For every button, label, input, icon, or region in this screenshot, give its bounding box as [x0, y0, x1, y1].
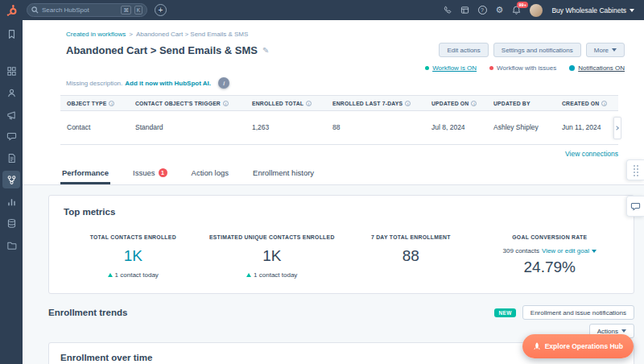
- sidebar-item-bookmarks[interactable]: [2, 25, 20, 43]
- explore-operations-hub-button[interactable]: Explore Operations Hub: [522, 334, 634, 358]
- add-description-ai-link[interactable]: Add it now with HubSpot AI.: [125, 80, 211, 87]
- info-icon[interactable]: [223, 101, 229, 106]
- metric-label: 7 DAY TOTAL ENROLLMENT: [341, 234, 481, 240]
- missing-description-label: Missing description.: [66, 80, 122, 87]
- top-metrics-title: Top metrics: [64, 207, 619, 217]
- notifications-status[interactable]: Notifications ON: [569, 64, 625, 72]
- notifications-bell-icon[interactable]: 99+: [512, 6, 521, 14]
- page-title: Abandoned Cart > Send Emails & SMS: [66, 44, 258, 56]
- sidebar-item-reporting[interactable]: [2, 192, 20, 210]
- phone-icon[interactable]: [443, 6, 452, 14]
- breadcrumb-link-workflows[interactable]: Created in workflows: [66, 31, 126, 38]
- metric-value: 24.79%: [481, 259, 620, 276]
- ai-assistant-icon[interactable]: i: [218, 77, 229, 89]
- avatar[interactable]: [530, 4, 543, 17]
- main-content: Created in workflows > Abandoned Cart > …: [23, 20, 644, 364]
- column-header: OBJECT TYPE: [60, 96, 129, 110]
- sprocket-icon: [6, 4, 19, 17]
- sidebar-item-home[interactable]: [2, 62, 20, 80]
- search-icon: [31, 6, 39, 14]
- account-menu[interactable]: Buy Wholesale Cabinets: [551, 6, 634, 14]
- info-icon[interactable]: [306, 101, 312, 106]
- metric-value: 1K: [203, 247, 342, 265]
- info-icon[interactable]: [601, 101, 607, 106]
- shortcut-k-key: K: [134, 6, 142, 14]
- info-icon[interactable]: [405, 101, 411, 106]
- increase-icon: [108, 273, 113, 277]
- metric-label: ESTIMATED UNIQUE CONTACTS ENROLLED: [203, 234, 342, 240]
- tab-issues-label: Issues: [133, 168, 155, 177]
- drag-handle-widget[interactable]: [626, 159, 644, 180]
- metric-7day-enrollment: 7 DAY TOTAL ENROLLMENT 88: [341, 234, 481, 279]
- chat-widget-button[interactable]: [626, 196, 644, 217]
- teal-dot-icon: [569, 65, 575, 71]
- chat-bubble-icon: [630, 201, 641, 212]
- workflow-issues-label: Workflow with issues: [497, 64, 556, 72]
- global-search[interactable]: ⌘ K: [27, 3, 147, 17]
- table-header-row: OBJECT TYPE CONTACT OBJECT'S TRIGGER ENR…: [60, 95, 618, 111]
- chevron-right-icon: [614, 126, 619, 130]
- column-header: UPDATED BY: [487, 96, 555, 110]
- edit-actions-button[interactable]: Edit actions: [439, 43, 488, 57]
- more-button[interactable]: More: [586, 43, 625, 57]
- hubspot-logo[interactable]: [6, 4, 19, 17]
- marketplace-icon[interactable]: [460, 6, 469, 14]
- workflow-on-link[interactable]: Workflow is ON: [432, 64, 477, 72]
- column-header-partial: C: [612, 96, 618, 110]
- workflow-summary-table: OBJECT TYPE CONTACT OBJECT'S TRIGGER ENR…: [60, 95, 618, 145]
- enrollment-notifications-button[interactable]: Enrollment and issue notifications: [522, 305, 634, 320]
- table-cell: 88: [326, 111, 425, 144]
- table-row[interactable]: Contact Standard 1,263 88 Jul 8, 2024 As…: [60, 111, 618, 145]
- contacts-icon: [6, 88, 17, 98]
- metric-value-link[interactable]: 1K: [64, 247, 203, 265]
- create-button[interactable]: +: [155, 4, 167, 16]
- workflow-on-status[interactable]: Workflow is ON: [425, 64, 477, 72]
- settings-notifications-button[interactable]: Settings and notifications: [493, 43, 581, 57]
- shortcut-cmd-key: ⌘: [121, 6, 131, 14]
- chevron-down-icon: [612, 48, 617, 52]
- breadcrumb-separator: >: [129, 31, 133, 38]
- info-icon[interactable]: [471, 101, 477, 106]
- notifications-on-link[interactable]: Notifications ON: [578, 64, 625, 72]
- chat-icon: [6, 131, 17, 142]
- sidebar-item-data[interactable]: [2, 214, 20, 232]
- top-metrics-card: Top metrics TOTAL CONTACTS ENROLLED 1K 1…: [48, 195, 634, 294]
- edit-title-icon[interactable]: ✎: [262, 46, 269, 55]
- explore-button-label: Explore Operations Hub: [545, 342, 623, 350]
- top-navbar: ⌘ K + ? ⚙ 99+ Buy Wholesale Cabinets: [0, 0, 644, 20]
- tab-performance[interactable]: Performance: [60, 163, 110, 184]
- view-edit-goal-link[interactable]: View or edit goal: [542, 247, 589, 254]
- issues-count-badge: 1: [159, 168, 167, 177]
- help-icon[interactable]: ?: [478, 6, 487, 14]
- sidebar-item-contacts[interactable]: [2, 84, 20, 101]
- view-connections-link[interactable]: View connections: [565, 150, 618, 158]
- more-button-label: More: [594, 47, 609, 54]
- megaphone-icon: [6, 110, 17, 120]
- table-cell: Ashley Shipley: [487, 111, 555, 144]
- metric-goal-conversion: GOAL CONVERSION RATE 309 contacts View o…: [481, 234, 620, 279]
- table-cell: Jul 8, 2024: [425, 111, 487, 144]
- grid-icon: [6, 66, 17, 77]
- red-dot-icon: [489, 66, 493, 70]
- column-header: ENROLLED TOTAL: [246, 96, 326, 110]
- tab-enrollment-history[interactable]: Enrollment history: [251, 163, 316, 184]
- column-header: UPDATED ON: [425, 96, 487, 110]
- sidebar-item-conversations[interactable]: [2, 127, 20, 145]
- new-badge: NEW: [494, 308, 515, 317]
- bookmark-icon: [6, 29, 17, 39]
- sidebar-item-content[interactable]: [2, 149, 20, 167]
- tab-issues[interactable]: Issues 1: [131, 163, 168, 184]
- search-input[interactable]: [42, 6, 118, 14]
- metric-delta: 1 contact today: [203, 271, 342, 279]
- tab-action-logs[interactable]: Action logs: [190, 163, 230, 184]
- settings-gear-icon[interactable]: ⚙: [496, 6, 504, 14]
- workflow-issues-status: Workflow with issues: [489, 64, 556, 72]
- info-icon[interactable]: [109, 101, 114, 106]
- hubspot-app: ⌘ K + ? ⚙ 99+ Buy Wholesale Cabinets: [0, 0, 644, 364]
- metric-total-enrolled: TOTAL CONTACTS ENROLLED 1K 1 contact tod…: [64, 234, 203, 279]
- metric-label: TOTAL CONTACTS ENROLLED: [64, 234, 203, 240]
- sidebar-item-marketing[interactable]: [2, 105, 20, 123]
- table-scroll-right-button[interactable]: [613, 117, 621, 139]
- sidebar-item-automations[interactable]: [2, 171, 20, 188]
- sidebar-item-library[interactable]: [2, 236, 20, 254]
